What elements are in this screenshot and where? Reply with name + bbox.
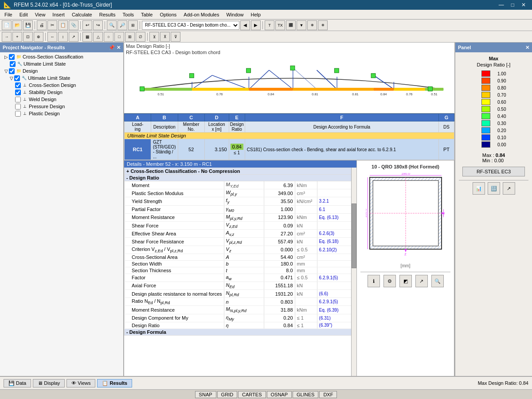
menu-window[interactable]: Window [223, 11, 247, 18]
display-tab-btn[interactable]: 🖥 Display [33, 379, 65, 387]
table-row[interactable]: Axial Force NEd 1551.18 kN [125, 282, 356, 289]
table-row[interactable]: Moment Resistance MN,pl,y,Rd 31.88 kNm E… [125, 306, 356, 314]
zoom-in-btn[interactable]: 🔍 [107, 20, 117, 30]
glines-btn[interactable]: GLINES [293, 391, 318, 398]
table-row[interactable]: Section Thickness t 8.0 mm [125, 267, 356, 274]
nav-item-cross-section-class[interactable]: ▷ 📁 Cross-Section Classification [1, 53, 122, 60]
cartes-btn[interactable]: CARTES [238, 391, 266, 398]
table-row[interactable]: Cross-Sectional Area A 54.40 cm² [125, 254, 356, 260]
nav-item-pressure[interactable]: ⊥ Pressure Design [1, 103, 122, 110]
dxf-btn[interactable]: DXF [319, 391, 337, 398]
tb2-12[interactable]: ⊞ [125, 32, 135, 42]
t2[interactable]: TX [275, 20, 285, 30]
zoom-out-btn[interactable]: 🔎 [117, 20, 127, 30]
results-tab-btn[interactable]: 📋 Results [97, 379, 132, 387]
tb2-5[interactable]: ↔ [47, 32, 57, 42]
menu-view[interactable]: View [31, 11, 49, 18]
menu-table[interactable]: Table [137, 11, 156, 18]
nav-pin-btn[interactable]: 📌 [109, 45, 115, 51]
tb2-14[interactable]: ⊻ [149, 32, 159, 42]
new-btn[interactable]: 📄 [2, 20, 12, 30]
tb2-2[interactable]: + [12, 32, 22, 42]
tb2-7[interactable]: ↗ [69, 32, 78, 42]
table-row[interactable]: Shear Force Vz,Ed 0.09 kN [125, 221, 356, 229]
open-btn[interactable]: 📂 [12, 20, 22, 30]
close-btn[interactable]: ✕ [519, 2, 528, 8]
cut-btn[interactable]: ✂ [47, 20, 57, 30]
data-tab-btn[interactable]: 💾 Data [4, 379, 31, 387]
panel-close-btn[interactable]: ✕ [525, 45, 529, 51]
menu-edit[interactable]: Edit [16, 11, 31, 18]
t6[interactable]: ⊗ [318, 20, 328, 30]
nav-checkbox-4[interactable] [14, 75, 20, 81]
nav-close-btn[interactable]: ✕ [117, 45, 121, 51]
snap-btn[interactable]: SNAP [195, 391, 216, 398]
menu-insert[interactable]: Insert [49, 11, 68, 18]
tb2-4[interactable]: ⊕ [34, 32, 43, 42]
t5[interactable]: ⊕ [307, 20, 317, 30]
details-group-cross-section[interactable]: + Cross-Section Classification - No Comp… [125, 168, 356, 175]
tb2-15[interactable]: ⊼ [160, 32, 170, 42]
t3[interactable]: ⬛ [286, 20, 296, 30]
render-icon-btn[interactable]: ◩ [399, 275, 412, 287]
nav-item-weld[interactable]: ⊥ Weld Design [1, 96, 122, 103]
nav-checkbox-8[interactable] [15, 104, 21, 110]
nav-item-cross-section-design[interactable]: ⊥ Cross-Section Design [1, 82, 122, 89]
nav-checkbox-1[interactable] [9, 54, 15, 60]
tb2-3[interactable]: ⊡ [23, 32, 33, 42]
table-row[interactable]: Plastic Section Modulus Wpl,y 349.00 cm³ [125, 189, 356, 197]
table-row[interactable]: Factor aw 0.471 ≤ 0.5 6.2.9.1(5) [125, 274, 356, 282]
grid-btn[interactable]: GRID [217, 391, 238, 398]
menu-tools[interactable]: Tools [119, 11, 137, 18]
tb2-11[interactable]: □ [114, 32, 124, 42]
nav-item-stability[interactable]: ⊥ Stability Design [1, 89, 122, 96]
minimize-btn[interactable]: — [496, 2, 507, 8]
tb2-1[interactable]: → [2, 32, 12, 42]
nav-prev-btn[interactable]: ◀ [240, 20, 250, 30]
scrollbar[interactable] [351, 160, 356, 376]
table-row-data[interactable]: RC1 GZT (STR/GEO) - Ständig / ... 52 3.1… [125, 139, 454, 160]
nav-checkbox-9[interactable] [15, 111, 21, 117]
scrollbar-thumb[interactable] [352, 203, 356, 268]
tb2-13[interactable]: ∅ [136, 32, 145, 42]
panel-chart-btn[interactable]: 📊 [473, 182, 485, 195]
toolbar-combo[interactable]: RF-STEEL EC3 CA3 - Design bottom cho... [142, 21, 239, 30]
info-icon-btn[interactable]: ℹ [368, 275, 380, 287]
nav-item-uls[interactable]: ▽ 🔧 Ultimate Limit State [1, 74, 122, 82]
panel-table-btn[interactable]: 🔢 [488, 182, 500, 195]
table-row[interactable]: Design Ratio η 0.84 ≤ 1 (6.39") [125, 322, 356, 329]
nav-item-design[interactable]: ▽ 📁 Design [1, 67, 122, 74]
details-group-formula[interactable]: - Design Formula [125, 329, 356, 335]
zoom-section-btn[interactable]: 🔍 [431, 275, 444, 287]
table-row[interactable]: Yield Strength fy 35.50 kN/cm² 3.2.1 [125, 197, 356, 205]
print-btn[interactable]: 🖨 [37, 20, 47, 30]
menu-calculate[interactable]: Calculate [68, 11, 96, 18]
properties-icon-btn[interactable]: ⚙ [383, 275, 396, 287]
copy-btn[interactable]: 📋 [58, 20, 68, 30]
nav-next-btn[interactable]: ▶ [251, 20, 261, 30]
maximize-btn[interactable]: □ [509, 2, 517, 8]
save-btn[interactable]: 💾 [23, 20, 33, 30]
table-row[interactable]: Moment Resistance Mpl,y,Rd 123.90 kNm Eq… [125, 213, 356, 221]
zoom-all-btn[interactable]: ⊞ [128, 20, 138, 30]
details-group-design-ratio[interactable]: - Design Ratio [125, 175, 356, 181]
menu-help[interactable]: Help [247, 11, 265, 18]
nav-checkbox-6[interactable] [15, 90, 21, 95]
t4[interactable]: ▼ [297, 20, 306, 30]
views-tab-btn[interactable]: 👁 Views [66, 379, 95, 387]
menu-file[interactable]: File [1, 11, 16, 18]
table-row[interactable]: Moment MY,Ed 6.39 kNm [125, 181, 356, 189]
osnap-btn[interactable]: OSNAP [267, 391, 292, 398]
table-row[interactable]: Section Width b 180.0 mm [125, 260, 356, 267]
table-row[interactable]: Ratio NEd / Npl,Rd n 0.803 6.2.9.1(5) [125, 298, 356, 306]
nav-checkbox-5[interactable] [15, 82, 21, 88]
undo-btn[interactable]: ↩ [82, 20, 92, 30]
tb2-16[interactable]: ⊽ [171, 32, 180, 42]
menu-results[interactable]: Results [96, 11, 119, 18]
table-row[interactable]: Effective Shear Area Av,z 27.20 cm² 6.2.… [125, 230, 356, 238]
redo-btn[interactable]: ↪ [93, 20, 103, 30]
panel-export-btn[interactable]: ↗ [503, 182, 515, 195]
rf-steel-btn[interactable]: RF-STEEL EC3 [462, 167, 525, 176]
t1[interactable]: T [265, 20, 274, 30]
table-row[interactable]: Design plastic resistance to normal forc… [125, 290, 356, 298]
